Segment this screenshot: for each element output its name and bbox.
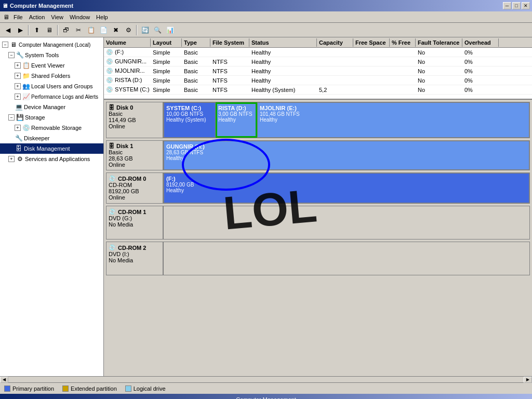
cdrom-2-label: 💿 CD-ROM 2 DVD (I:) No Media (106, 242, 163, 275)
cdrom-2-status: No Media (109, 257, 161, 263)
col-volume: Volume (104, 38, 151, 47)
main-area: − 🖥 Computer Management (Local) − 🔧 Syst… (0, 37, 532, 376)
paste-button[interactable]: 📄 (98, 24, 109, 36)
menu-window[interactable]: Window (66, 13, 93, 21)
sidebar-item-removable[interactable]: + 💿 Removable Storage (0, 123, 103, 133)
menu-help[interactable]: Help (93, 13, 111, 21)
minimize-button[interactable]: ─ (503, 2, 511, 9)
menu-file[interactable]: File (10, 13, 26, 21)
sidebar-item-perf-logs[interactable]: + 📈 Performance Logs and Alerts (0, 91, 103, 102)
refresh-button[interactable]: 🔄 (139, 24, 151, 36)
table-row[interactable]: 💿 SYSTEM (C:) Simple Basic NTFS Healthy … (104, 85, 532, 95)
sidebar-item-diskeeper[interactable]: 🔧 Diskeeper (0, 133, 103, 143)
cdrom-0-label: 💿 CD-ROM 0 CD-ROM 8192,00 GB Online (106, 172, 163, 204)
cdrom-0-drive[interactable]: (F:) 8192,00 GB Healthy (164, 173, 529, 203)
sidebar-item-shared-folders[interactable]: + 📁 Shared Folders (0, 71, 103, 81)
status-bar: Primary partition Extended partition Log… (0, 382, 532, 394)
disk-0-name: 🗄 Disk 0 (109, 104, 161, 111)
scroll-track[interactable] (8, 377, 524, 382)
sidebar-item-device-manager[interactable]: 💻 Device Manager (0, 102, 103, 112)
up-button[interactable]: ⬆ (31, 24, 43, 36)
sidebar-item-system-tools[interactable]: − 🔧 System Tools (0, 50, 103, 60)
disk-mgmt-label: Disk Management (24, 145, 70, 152)
properties-button[interactable]: ⚙ (123, 24, 134, 36)
perf-logs-expand[interactable]: + (15, 94, 21, 100)
disk-mgmt-icon: 🗄 (15, 144, 23, 153)
table-row[interactable]: 💿 (F:) Simple Basic Healthy No 0% (104, 48, 532, 57)
search-button[interactable]: 🔍 (152, 24, 163, 36)
disk-row-1: 🗄 Disk 1 Basic 28,63 GB Online GUNGNIR (… (106, 140, 530, 170)
cdrom-0-partitions: (F:) 8192,00 GB Healthy (163, 172, 530, 204)
delete-button[interactable]: ✖ (110, 24, 122, 36)
table-row[interactable]: 💿 GUNGNIR... Simple Basic NTFS Healthy N… (104, 57, 532, 66)
disk-1-status: Online (109, 162, 161, 168)
title-bar: 🖥 Computer Management ─ □ ✕ (0, 0, 532, 11)
perf-logs-label: Performance Logs and Alerts (31, 94, 98, 100)
disk-row-0: 🗄 Disk 0 Basic 114,49 GB Online SYSTEM (… (106, 102, 530, 138)
sidebar-item-local-users[interactable]: + 👥 Local Users and Groups (0, 81, 103, 91)
back-button[interactable]: ◀ (2, 24, 14, 36)
shared-folders-expand[interactable]: + (15, 73, 21, 79)
forward-button[interactable]: ▶ (15, 24, 26, 36)
toolbar-separator-1 (28, 25, 29, 35)
show-hide-button[interactable]: 🖥 (44, 24, 55, 36)
close-button[interactable]: ✕ (522, 2, 530, 9)
new-window-button[interactable]: 🗗 (60, 24, 72, 36)
local-users-label: Local Users and Groups (31, 83, 93, 89)
storage-expand[interactable]: − (8, 114, 15, 121)
disk-area: 🗄 Disk 0 Basic 114,49 GB Online SYSTEM (… (104, 100, 532, 280)
partition-d-fs: 3,00 GB NTFS (218, 111, 255, 117)
copy-button[interactable]: 📋 (85, 24, 97, 36)
partition-d-name: RISTA (D:) (218, 105, 255, 111)
menu-action[interactable]: Action (26, 13, 48, 21)
disk-0-size: 114,49 GB (109, 117, 161, 123)
scroll-left-button[interactable]: ◀ (0, 377, 8, 383)
sidebar-item-root[interactable]: − 🖥 Computer Management (Local) (0, 39, 103, 50)
table-row[interactable]: 💿 RISTA (D:) Simple Basic NTFS Healthy N… (104, 76, 532, 85)
partition-e[interactable]: MJOLNIR (E:) 101,48 GB NTFS Healthy (257, 102, 529, 138)
sidebar-item-storage[interactable]: − 💾 Storage (0, 112, 103, 123)
disk-1-size: 28,63 GB (109, 155, 161, 162)
computer-icon: 🖥 (9, 41, 18, 49)
sidebar-item-svc-apps[interactable]: + ⚙ Services and Applications (0, 154, 103, 164)
cdrom2-icon: 💿 (109, 244, 116, 251)
scroll-right-button[interactable]: ▶ (524, 377, 532, 383)
root-expand-icon[interactable]: − (2, 42, 8, 48)
disk-row-cdrom0: 💿 CD-ROM 0 CD-ROM 8192,00 GB Online (F:)… (106, 172, 530, 204)
local-users-expand[interactable]: + (15, 83, 21, 89)
root-label: Computer Management (Local) (19, 42, 90, 48)
toolbar-separator-3 (136, 25, 137, 35)
partition-c[interactable]: SYSTEM (C:) 10,00 GB NTFS Healthy (Syste… (164, 102, 216, 138)
menu-view[interactable]: View (48, 13, 66, 21)
maximize-button[interactable]: □ (512, 2, 521, 9)
cut-button[interactable]: ✂ (73, 24, 84, 36)
removable-expand[interactable]: + (15, 125, 21, 131)
system-tools-expand[interactable]: − (8, 52, 15, 58)
diskeeper-label: Diskeeper (24, 135, 50, 141)
cdrom-1-type: DVD (G:) (109, 215, 161, 221)
svc-apps-label: Services and Applications (25, 156, 90, 162)
cdrom-1-label: 💿 CD-ROM 1 DVD (G:) No Media (106, 206, 163, 240)
partition-h[interactable]: GUNGNIR (H:) 28,63 GB NTFS Healthy (164, 141, 529, 170)
cdrom-1-partitions (163, 206, 530, 240)
cdrom-0-drive-name: (F:) (166, 176, 527, 182)
partition-h-name: GUNGNIR (H:) (166, 143, 527, 150)
cdrom-0-size: 8192,00 GB (109, 188, 161, 194)
sidebar-item-disk-mgmt[interactable]: 🗄 Disk Management (0, 143, 103, 154)
export-button[interactable]: 📊 (164, 24, 176, 36)
sidebar-item-event-viewer[interactable]: + 📋 Event Viewer (0, 60, 103, 71)
sidebar: − 🖥 Computer Management (Local) − 🔧 Syst… (0, 37, 104, 376)
cdrom-0-drive-status: Healthy (166, 188, 527, 193)
table-row[interactable]: 💿 MJOLNIR... Simple Basic NTFS Healthy N… (104, 66, 532, 76)
event-viewer-expand[interactable]: + (15, 62, 21, 69)
col-type: Type (182, 38, 210, 47)
col-fs: File System (210, 38, 249, 47)
event-viewer-label: Event Viewer (31, 62, 65, 69)
partition-d[interactable]: RISTA (D:) 3,00 GB NTFS Healthy (216, 102, 257, 138)
removable-label: Removable Storage (31, 125, 82, 131)
svc-apps-expand[interactable]: + (8, 156, 15, 162)
partition-c-status: Healthy (System) (166, 117, 213, 123)
legend-primary-label: Primary partition (12, 385, 54, 392)
col-layout: Layout (151, 38, 182, 47)
horizontal-scrollbar: ◀ ▶ (0, 376, 532, 382)
